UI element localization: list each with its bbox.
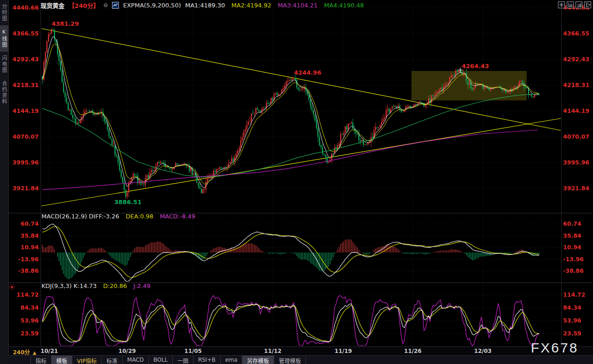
period-chip[interactable]: 240分▲ <box>13 348 36 356</box>
x-axis-date: 11/19 <box>332 348 354 354</box>
ma-values: MA1:4189.30MA2:4194.92MA3:4104.21MA4:419… <box>185 2 364 9</box>
chart-window: 分时图K线图闪电图合约资料 现货黄金 【240分】 ⊖ EXPMA(5,9,20… <box>0 0 593 364</box>
x-axis-date: 12/03 <box>472 348 494 354</box>
x-axis-date: 10/29 <box>116 348 138 354</box>
sidebar-item-2[interactable]: K线图 <box>0 25 8 52</box>
ma-value-2: MA2:4194.92 <box>231 2 271 9</box>
price-annotation: 4264.43 <box>462 63 489 70</box>
indicator-name: EXPMA(5,9,200,50) <box>123 2 181 9</box>
toolbar-item-1[interactable]: 指标 <box>30 356 52 364</box>
period-label: 【240分】 <box>69 1 99 10</box>
collapse-icon[interactable]: ⊖ <box>103 2 108 8</box>
toolbar-item-10[interactable]: 另存模板 <box>242 356 274 364</box>
chart-header: 现货黄金 【240分】 ⊖ EXPMA(5,9,200,50) MA1:4189… <box>41 0 593 10</box>
chart-canvas[interactable] <box>0 0 593 364</box>
toolbar-item-8[interactable]: RSI+B <box>194 356 221 364</box>
macd-header-seg: MACD:-8.49 <box>160 213 195 220</box>
kdj-header-seg: D:20.86 <box>103 282 127 290</box>
kdj-header: KDJ(9,3,3) K:14.73D:20.86J:2.49 <box>41 282 151 290</box>
macd-header-seg: MACD(26,12,9) DIFF:-3.26 <box>41 213 119 220</box>
symbol-title: 现货黄金 <box>41 1 65 10</box>
price-annotation: 4381.29 <box>52 20 79 27</box>
kdj-header-seg: J:2.49 <box>133 282 150 290</box>
axis-scale-left-icon[interactable] <box>567 1 574 8</box>
ma-value-1: MA1:4189.30 <box>185 2 225 9</box>
price-annotation: 4244.96 <box>294 69 321 76</box>
ma-value-4: MA4:4190.48 <box>324 2 364 9</box>
toolbar-item-11[interactable]: 管理模板 <box>274 356 306 364</box>
macd-header: MACD(26,12,9) DIFF:-3.26DEA:0.98MACD:-8.… <box>41 213 195 220</box>
panel-separators <box>8 8 593 346</box>
ma-line <box>42 36 539 188</box>
toolbar-item-6[interactable]: BOLL <box>149 356 173 364</box>
x-axis-date: 11/12 <box>262 348 284 354</box>
pan-icon[interactable] <box>558 1 565 8</box>
toolbar-item-4[interactable]: 标准 <box>102 356 123 364</box>
k-line <box>42 304 539 342</box>
sidebar-item-1[interactable]: 分时图 <box>0 0 8 25</box>
period-chip-arrow-icon: ▲ <box>33 350 36 355</box>
grid-layer <box>41 8 561 346</box>
price-annotation: 3886.51 <box>114 199 141 205</box>
watermark: FX678 <box>531 340 578 356</box>
sidebar-item-3[interactable]: 闪电图 <box>0 52 8 77</box>
x-axis-date: 11/26 <box>402 348 424 354</box>
candlestick-layer <box>42 28 540 199</box>
macd-layer <box>42 224 539 282</box>
toolbar-item-5[interactable]: MACD <box>123 356 149 364</box>
sidebar: 分时图K线图闪电图合约资料 <box>0 0 9 364</box>
period-chip-label: 240分 <box>13 349 30 356</box>
toolbar-item-9[interactable]: ema <box>221 356 242 364</box>
toolbar-item-7[interactable]: 一图 <box>173 356 194 364</box>
axis-scale-right-icon[interactable] <box>575 1 582 8</box>
macd-header-seg: DEA:0.98 <box>126 213 153 220</box>
window-icons <box>558 1 591 8</box>
x-axis-date: 11/05 <box>182 348 204 354</box>
bottom-toolbar: 指标模板VIP指标标准MACDBOLL一图RSI+Bema另存模板管理模板 <box>8 355 593 364</box>
chart-type-icon[interactable] <box>112 2 119 9</box>
toolbar-item-2[interactable]: 模板 <box>52 356 72 364</box>
x-axis-date: 10/21 <box>38 348 60 354</box>
ma-line <box>42 94 539 177</box>
x-axis-row: 240分▲ 10/2110/2911/0511/1211/1911/2612/0… <box>8 346 593 356</box>
toolbar-item-3[interactable]: VIP指标 <box>72 356 102 364</box>
d-line <box>42 305 539 341</box>
indicator-burst-icon[interactable] <box>8 283 16 291</box>
ma-value-3: MA3:4104.21 <box>278 2 318 9</box>
exit-icon[interactable] <box>584 1 591 8</box>
sidebar-item-4[interactable]: 合约资料 <box>0 77 8 108</box>
kdj-header-seg: KDJ(9,3,3) K:14.73 <box>41 282 97 290</box>
